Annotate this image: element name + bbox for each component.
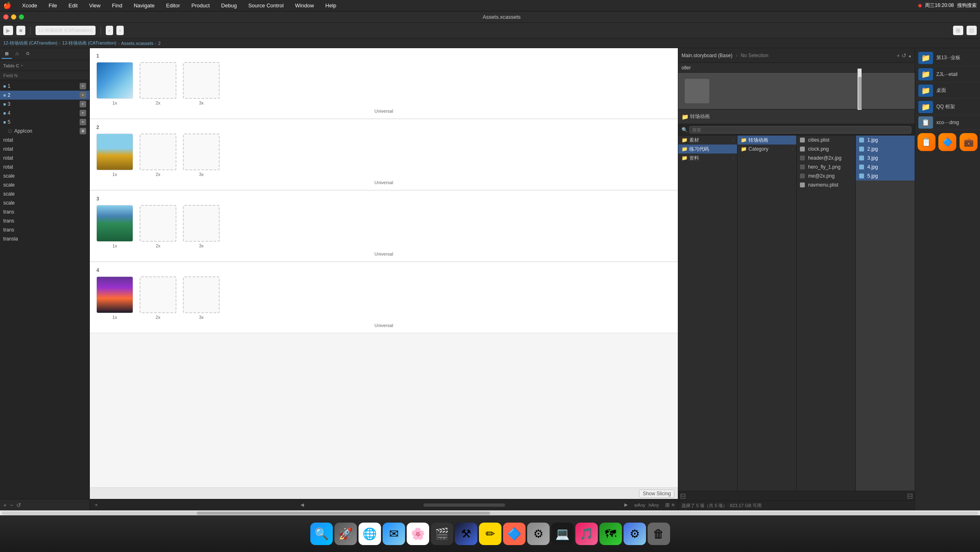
menubar-search[interactable]: 搜狗搜索 (957, 2, 977, 9)
nav-item-4[interactable]: ■ 4 + (0, 109, 89, 118)
quick-icon-1[interactable]: 📋 (918, 133, 935, 151)
asset-image-3x-4[interactable] (183, 276, 220, 313)
dock-imovie[interactable]: 🎬 (431, 523, 453, 545)
asset-image-3x-3[interactable] (183, 205, 220, 242)
dock-settings[interactable]: ⚙ (624, 523, 646, 545)
asset-image-3x-1[interactable] (183, 62, 220, 99)
close-button[interactable] (3, 14, 9, 20)
far-right-folder-13[interactable]: 📁 第13···业板 (915, 50, 980, 66)
far-right-folder-row-copy[interactable]: 📋 xco····dmg (915, 115, 980, 130)
asset-slot-3-1x[interactable]: 1x (96, 205, 133, 248)
file-item-5jpg[interactable]: 5.jpg (856, 171, 915, 180)
bottom-scrollbar[interactable] (2, 512, 978, 515)
asset-slot-4-2x[interactable]: 2x (140, 276, 176, 320)
asset-slot-2-1x[interactable]: 1x (96, 134, 133, 177)
layout-btn-2[interactable]: ≡ (671, 502, 675, 508)
dock-music[interactable]: 🎵 (575, 523, 598, 545)
editor-layout-button[interactable]: ⊞ (953, 26, 963, 35)
storyboard-btn-2[interactable]: ↺ (902, 52, 906, 59)
asset-image-1x-1[interactable] (96, 62, 133, 99)
trunc-item-6[interactable]: scale (0, 180, 89, 189)
asset-slot-1-1x[interactable]: 1x (96, 62, 133, 105)
breadcrumb-item-1[interactable]: 12-转场动画 (CATransition) (3, 40, 58, 46)
storyboard-btn-1[interactable]: + (897, 52, 900, 59)
panel-split-btn-1[interactable]: ⊟ (680, 492, 686, 501)
file-item-3jpg[interactable]: 3.jpg (856, 154, 915, 162)
menu-editor[interactable]: Editor (164, 2, 183, 9)
horizontal-scrollbar[interactable] (423, 503, 505, 507)
breadcrumb-item-2[interactable]: 12-转场动画 (CATransition) (62, 40, 116, 46)
menu-navigate[interactable]: Navigate (131, 2, 157, 9)
nav-back-button[interactable]: ‹ (106, 26, 113, 35)
asset-image-1x-3[interactable] (96, 205, 133, 242)
trunc-item-5[interactable]: scale (0, 171, 89, 180)
file-item-header[interactable]: header@2x.jpg (797, 154, 855, 162)
asset-slot-4-3x[interactable]: 3x (183, 276, 220, 320)
panel-tab-1[interactable]: ⊞ (2, 49, 12, 59)
search-input[interactable] (689, 126, 911, 134)
asset-slot-2-3x[interactable]: 3x (183, 134, 220, 177)
file-item-cities[interactable]: cities.plist (797, 136, 855, 145)
dock-photos[interactable]: 🌸 (407, 523, 429, 545)
refresh-button[interactable]: ↺ (16, 502, 21, 508)
file-item-hero[interactable]: hero_fly_1.png (797, 162, 855, 171)
menu-file[interactable]: File (46, 2, 60, 9)
nav-item-5[interactable]: ■ 5 + (0, 118, 89, 127)
menu-source-control[interactable]: Source Control (246, 2, 286, 9)
dock-trash[interactable]: 🗑 (648, 523, 670, 545)
asset-slot-4-1x[interactable]: 1x (96, 276, 133, 320)
bottom-scrollbar-thumb[interactable] (197, 512, 490, 515)
file-item-4jpg[interactable]: 4.jpg (856, 162, 915, 171)
trunc-item-12[interactable]: transla (0, 234, 89, 243)
panel-tab-2[interactable]: ⚠ (12, 49, 22, 59)
dock-mail[interactable]: ✉ (383, 523, 405, 545)
dock-launchpad[interactable]: 🚀 (334, 523, 357, 545)
storyboard-btn-3[interactable]: ⬥ (908, 52, 911, 59)
trunc-item-7[interactable]: scale (0, 189, 89, 198)
menu-view[interactable]: View (87, 2, 103, 9)
dock-vectorize[interactable]: 🔷 (503, 523, 526, 545)
dock-sketch[interactable]: ✏ (479, 523, 501, 545)
breadcrumb-item-3[interactable]: Assets.xcassets (121, 41, 154, 46)
asset-image-1x-4[interactable] (96, 276, 133, 313)
file-item-zhuanchangdonghua[interactable]: 📁 转场动画 › (737, 136, 796, 145)
file-item-1jpg[interactable]: 1.jpg (856, 136, 915, 145)
asset-slot-2-2x[interactable]: 2x (140, 134, 176, 177)
panel-split-btn-2[interactable]: ⊟ (907, 492, 913, 501)
menu-window[interactable]: Window (293, 2, 316, 9)
dock-xcode[interactable]: ⚒ (455, 523, 477, 545)
dock-maps[interactable]: 🗺 (599, 523, 622, 545)
breadcrumb-item-4[interactable]: 2 (158, 41, 160, 46)
file-item-me[interactable]: me@2x.png (797, 171, 855, 180)
nav-item-3[interactable]: ■ 3 + (0, 100, 89, 109)
trunc-item-1[interactable]: rotat (0, 136, 89, 145)
trunc-item-9[interactable]: trans (0, 207, 89, 216)
far-right-folder-qq[interactable]: 📁 QQ 框架 (915, 99, 980, 115)
menu-product[interactable]: Product (189, 2, 212, 9)
stop-button[interactable]: ■ (16, 26, 25, 35)
run-button[interactable]: ▶ (3, 26, 13, 35)
file-item-category[interactable]: 📁 Category › (737, 145, 796, 154)
dock-system-pref[interactable]: ⚙ (527, 523, 550, 545)
asset-image-3x-2[interactable] (183, 134, 220, 170)
trunc-item-8[interactable]: scale (0, 198, 89, 207)
asset-image-2x-4[interactable] (140, 276, 176, 313)
show-slicing-button[interactable]: Show Slicing (639, 490, 675, 498)
file-item-sucai[interactable]: 📁 素材 › (678, 136, 737, 145)
file-item-ziliao[interactable]: 📁 资料 › (678, 154, 737, 162)
trunc-item-10[interactable]: trans (0, 216, 89, 225)
nav-item-appicon[interactable]: ☐ AppIcon ⚙ (0, 127, 89, 136)
file-item-2jpg[interactable]: 2.jpg (856, 145, 915, 154)
add-item-button[interactable]: + (3, 502, 7, 508)
nav-forward-button[interactable]: › (116, 26, 124, 35)
minimize-button[interactable] (11, 14, 16, 20)
dock-finder[interactable]: 🔍 (310, 523, 333, 545)
trunc-item-4[interactable]: rotat (0, 162, 89, 171)
asset-image-1x-2[interactable] (96, 134, 133, 170)
scroll-right-button[interactable]: ▶ (624, 502, 628, 507)
asset-slot-1-3x[interactable]: 3x (183, 62, 220, 105)
asset-slot-3-3x[interactable]: 3x (183, 205, 220, 248)
nav-item-2[interactable]: ■ 2 + (0, 91, 89, 100)
menu-debug[interactable]: Debug (219, 2, 239, 9)
menu-edit[interactable]: Edit (66, 2, 80, 9)
